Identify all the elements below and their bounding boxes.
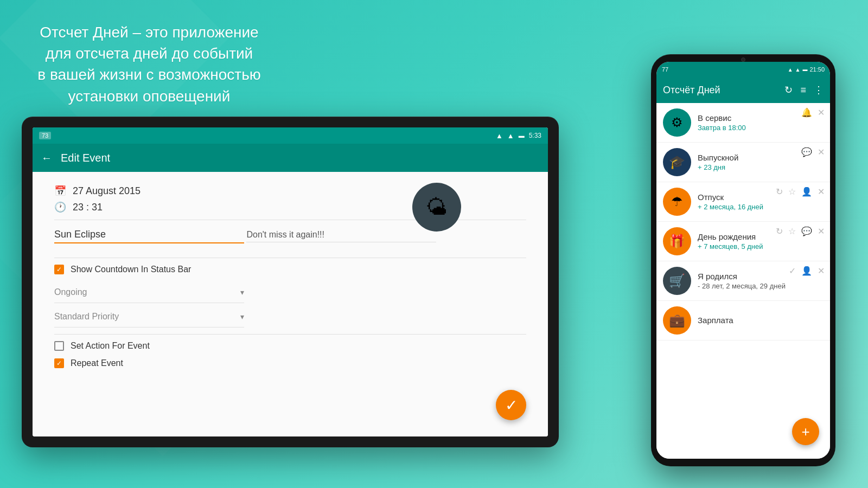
tablet-status-badge: 73: [39, 132, 51, 139]
phone-device: 77 ▲ ▲ ▬ 21:50 Отсчёт Дней ↻ ≡ ⋮: [651, 54, 835, 466]
show-countdown-row[interactable]: ✓ Show Countdown In Status Bar: [54, 265, 526, 274]
item-actions: ↻ ☆ 👤 ✕: [776, 187, 825, 197]
priority-label: Standard Priority: [54, 312, 119, 322]
events-list: ⚙ В сервис Завтра в 18:00 🔔 ✕ 🎓: [656, 103, 830, 459]
avatar: ⚙: [663, 108, 691, 137]
close-icon[interactable]: ✕: [818, 147, 825, 157]
close-icon[interactable]: ✕: [818, 107, 825, 118]
repeat-event-row[interactable]: ✓ Repeat Event: [54, 358, 526, 368]
set-action-checkbox[interactable]: [54, 341, 64, 351]
item-subtitle: Завтра в 18:00: [698, 124, 824, 132]
phone-outer-frame: 77 ▲ ▲ ▬ 21:50 Отсчёт Дней ↻ ≡ ⋮: [651, 54, 835, 466]
avatar: 🎁: [663, 227, 691, 255]
check-icon[interactable]: ✓: [789, 266, 796, 276]
tagline-line1: Отсчет Дней – это приложение для отсчета…: [27, 22, 271, 64]
tagline-line2: в вашей жизни с возможностью установки о…: [27, 64, 271, 106]
tablet-wifi-icon: ▲: [496, 132, 503, 140]
event-name-input[interactable]: [54, 227, 244, 243]
phone-time: 21:50: [809, 66, 825, 73]
tablet-signal-icon: ▲: [507, 132, 514, 140]
close-icon[interactable]: ✕: [818, 226, 825, 236]
chat-icon[interactable]: 💬: [801, 226, 812, 236]
phone-battery-icon: ▬: [802, 67, 807, 72]
tablet-status-right: ▲ ▲ ▬ 5:33: [496, 132, 541, 140]
avatar: 🎓: [663, 148, 691, 176]
phone-status-right: ▲ ▲ ▬ 21:50: [788, 66, 825, 73]
repeat-event-checkbox[interactable]: ✓: [54, 358, 64, 368]
add-event-fab[interactable]: +: [792, 418, 819, 445]
filter-button[interactable]: ≡: [800, 85, 806, 96]
event-time[interactable]: 23 : 31: [73, 202, 103, 213]
set-action-label: Set Action For Event: [71, 341, 150, 351]
list-item[interactable]: ⚙ В сервис Завтра в 18:00 🔔 ✕: [656, 103, 830, 143]
close-icon[interactable]: ✕: [818, 266, 825, 276]
alarm-icon[interactable]: 🔔: [801, 107, 812, 118]
event-note-input[interactable]: [246, 228, 436, 242]
notification-type-dropdown[interactable]: Ongoing ▾: [54, 282, 244, 303]
list-item[interactable]: 🛒 Я родился - 28 лет, 2 месяца, 29 дней …: [656, 261, 830, 301]
person-icon[interactable]: 👤: [801, 187, 812, 197]
phone-camera: [741, 57, 745, 62]
calendar-icon: 📅: [54, 185, 66, 197]
notification-type-label: Ongoing: [54, 287, 87, 297]
item-actions: ↻ ☆ 💬 ✕: [776, 226, 825, 236]
priority-dropdown-arrow: ▾: [240, 312, 244, 321]
phone-wifi-icon: ▲: [788, 67, 793, 73]
list-item[interactable]: 🎓 Выпускной + 23 дня 💬 ✕: [656, 143, 830, 182]
back-button[interactable]: ←: [41, 152, 52, 164]
item-subtitle: + 7 месяцев, 5 дней: [698, 242, 824, 251]
avatar: 💼: [663, 306, 691, 335]
repeat-event-label: Repeat Event: [71, 358, 123, 368]
save-fab-icon: ✓: [505, 396, 518, 414]
item-title: Зарплата: [698, 316, 824, 325]
phone-app-title: Отсчёт Дней: [663, 85, 720, 96]
show-countdown-label: Show Countdown In Status Bar: [71, 265, 191, 274]
divider-3: [54, 334, 526, 335]
show-countdown-checkbox[interactable]: ✓: [54, 265, 64, 274]
refresh-icon[interactable]: ↻: [776, 187, 783, 197]
item-actions: ✓ 👤 ✕: [789, 266, 825, 276]
item-subtitle: + 23 дня: [698, 163, 824, 171]
phone-toolbar: Отсчёт Дней ↻ ≡ ⋮: [656, 77, 830, 103]
close-icon[interactable]: ✕: [818, 187, 825, 197]
event-icon: 🌤: [426, 195, 448, 220]
save-fab-button[interactable]: ✓: [496, 390, 526, 420]
tablet-battery-icon: ▬: [519, 132, 525, 139]
edit-event-title: Edit Event: [61, 152, 110, 164]
item-actions: 🔔 ✕: [801, 107, 825, 118]
phone-signal-icon: ▲: [795, 67, 801, 73]
person-icon[interactable]: 👤: [801, 266, 812, 276]
tablet-outer-frame: 73 ▲ ▲ ▬ 5:33 ← Edit Event 🌤: [22, 117, 559, 447]
item-subtitle: - 28 лет, 2 месяца, 29 дней: [698, 282, 824, 290]
avatar: 🛒: [663, 267, 691, 295]
chat-icon[interactable]: 💬: [801, 147, 812, 157]
divider-2: [54, 258, 526, 258]
priority-dropdown[interactable]: Standard Priority ▾: [54, 306, 244, 328]
tablet-toolbar: ← Edit Event: [33, 144, 548, 172]
phone-toolbar-icons: ↻ ≡ ⋮: [784, 84, 824, 96]
event-date[interactable]: 27 August 2015: [73, 185, 141, 197]
refresh-icon[interactable]: ↻: [776, 226, 783, 236]
star-icon[interactable]: ☆: [788, 226, 796, 236]
phone-screen: 77 ▲ ▲ ▬ 21:50 Отсчёт Дней ↻ ≡ ⋮: [656, 62, 830, 459]
tablet-time: 5:33: [529, 132, 541, 139]
notification-dropdown-arrow: ▾: [240, 288, 244, 297]
more-button[interactable]: ⋮: [814, 84, 824, 96]
star-icon[interactable]: ☆: [788, 187, 796, 197]
list-item[interactable]: ☂ Отпуск + 2 месяца, 16 дней ↻ ☆ 👤 ✕: [656, 182, 830, 222]
list-item[interactable]: 🎁 День рождения + 7 месяцев, 5 дней ↻ ☆ …: [656, 222, 830, 261]
tablet-content: 🌤 📅 27 August 2015 🕐 23 : 31: [33, 172, 548, 436]
item-actions: 💬 ✕: [801, 147, 825, 157]
item-content: Зарплата: [698, 316, 824, 326]
event-icon-circle[interactable]: 🌤: [412, 183, 461, 232]
add-icon: +: [801, 423, 809, 440]
tablet-status-left: 73: [39, 132, 51, 139]
list-item[interactable]: 💼 Зарплата: [656, 301, 830, 341]
tablet-status-bar: 73 ▲ ▲ ▬ 5:33: [33, 127, 548, 144]
tablet-screen: 73 ▲ ▲ ▬ 5:33 ← Edit Event 🌤: [33, 127, 548, 436]
set-action-row[interactable]: Set Action For Event: [54, 341, 526, 351]
avatar: ☂: [663, 188, 691, 216]
clock-icon: 🕐: [54, 201, 66, 213]
refresh-button[interactable]: ↻: [784, 84, 793, 96]
tablet-device: 73 ▲ ▲ ▬ 5:33 ← Edit Event 🌤: [22, 117, 559, 447]
